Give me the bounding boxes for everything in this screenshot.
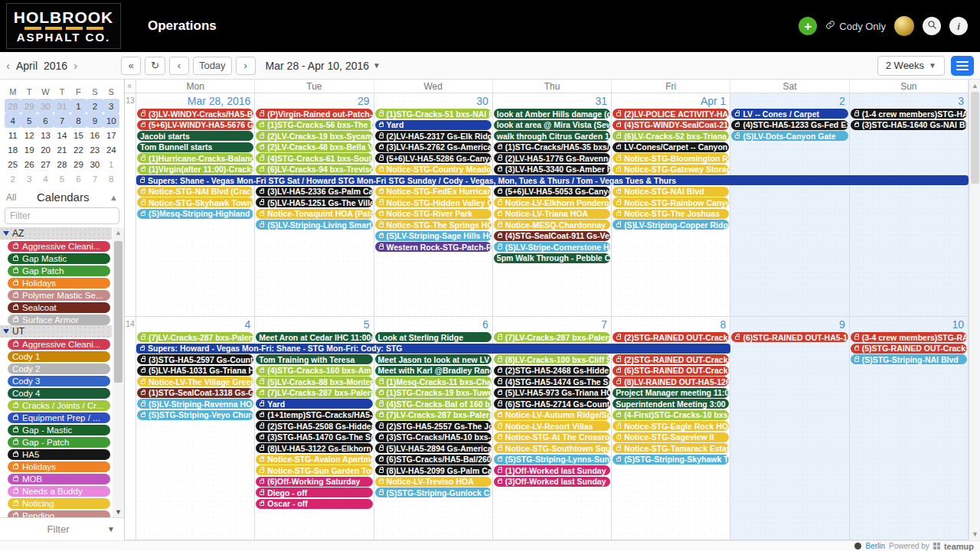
- day-date-label[interactable]: 2: [731, 93, 848, 109]
- refresh-button[interactable]: ↻: [145, 57, 165, 75]
- view-selector[interactable]: 2 Weeks ▼: [877, 56, 945, 76]
- event-pill[interactable]: (3)LV-HA5-2762 Gs-American V: [375, 142, 492, 152]
- day-date-label[interactable]: Apr 1: [612, 93, 729, 109]
- event-pill[interactable]: look at Amber Hills damage (garba: [494, 109, 610, 119]
- day-date-label[interactable]: 29: [256, 93, 372, 109]
- event-pill[interactable]: (3)LV-HA5-3340 Gs-Amber Hills: [494, 165, 610, 174]
- mini-cal-day[interactable]: 6: [38, 113, 54, 128]
- sidebar-calendar-item[interactable]: Equipment Prep / ...: [8, 412, 110, 424]
- event-pill[interactable]: Notice-STG-Sun Garden Townh: [256, 465, 372, 475]
- day-date-label[interactable]: 3: [851, 93, 967, 109]
- event-pill[interactable]: Notice-STG-Bloomington Ranch: [612, 153, 729, 163]
- sidebar-calendar-item[interactable]: Polymer Mastic Se...: [8, 290, 110, 302]
- day-date-label[interactable]: 8: [612, 317, 729, 332]
- sidebar-calendar-item[interactable]: Aggressive Cleani...: [8, 339, 110, 350]
- calendar-group-header[interactable]: UT: [0, 325, 112, 337]
- mini-cal-day[interactable]: 4: [5, 113, 21, 128]
- event-pill[interactable]: LV -- Cones / Carpet: [731, 109, 848, 119]
- event-pill[interactable]: (3)LV-HA5-2336 Gs-Palm Cany: [256, 187, 372, 197]
- event-pill[interactable]: Notice-STG-The Springs HOA: [375, 220, 492, 230]
- mini-cal-day[interactable]: 14: [54, 128, 70, 142]
- sidebar-calendar-item[interactable]: Noticing: [8, 498, 110, 510]
- mini-cal-day[interactable]: 9: [87, 113, 103, 128]
- event-pill[interactable]: Diego - off: [256, 487, 372, 497]
- event-pill[interactable]: (3)STG-Cracks/HA5-10 bxs-677: [375, 432, 492, 442]
- scroll-up-icon[interactable]: ▲: [115, 229, 122, 236]
- scrollbar-thumb[interactable]: [114, 241, 122, 383]
- event-pill[interactable]: (1)Virgin(after 11:00)-Cracks-57: [137, 165, 253, 174]
- avatar[interactable]: [894, 16, 914, 36]
- event-pill[interactable]: (8)LV-Cracks-100 bxs-Cliff Shad: [494, 354, 610, 364]
- event-pill[interactable]: Meet Jason to look at new LV Yard: [375, 354, 492, 364]
- event-pill[interactable]: (5)LV-HA5-2894 Gs-American V: [375, 443, 492, 453]
- sidebar-calendar-item[interactable]: Aggressive Cleani...: [8, 241, 110, 253]
- event-pill[interactable]: (2)LV-Cracks-19 bxs-Sycamore: [256, 131, 372, 141]
- event-pill[interactable]: Notice-STG-Rainbow Canyon: [612, 197, 729, 207]
- mini-cal-day[interactable]: 2: [87, 99, 103, 113]
- month-label[interactable]: April: [16, 60, 38, 72]
- prev-period-button[interactable]: ‹: [169, 57, 189, 75]
- mini-cal-day[interactable]: 2: [5, 171, 21, 186]
- info-button[interactable]: i: [949, 17, 968, 35]
- event-pill[interactable]: Jacobi starts: [137, 131, 253, 141]
- event-pill[interactable]: Notice-STG-NAI Blvd (Crackfill): [137, 187, 253, 197]
- mini-cal-day[interactable]: 19: [21, 142, 37, 157]
- event-pill[interactable]: Notice-STG-FedEx Hurricane: [375, 187, 492, 197]
- event-pill[interactable]: (4)STG-Cracks-61 bxs-Southtow: [256, 153, 372, 163]
- mini-cal-day[interactable]: 1: [70, 99, 87, 113]
- event-pill[interactable]: (4)STG-HA5-1474 Gs-The Sprin: [494, 377, 610, 386]
- calendars-all-toggle[interactable]: All: [6, 192, 16, 203]
- day-date-label[interactable]: 6: [375, 317, 492, 332]
- sidebar-calendar-item[interactable]: Cody 2: [8, 364, 110, 375]
- event-pill[interactable]: (6)STG-RAINED OUT-HA5-169: [731, 332, 848, 342]
- sidebar-calendar-item[interactable]: Holidays: [8, 461, 110, 473]
- event-pill[interactable]: (1)Off-Worked last Sunday: [494, 465, 610, 475]
- mini-cal-day[interactable]: 20: [38, 142, 54, 157]
- event-pill[interactable]: Yard: [256, 399, 372, 409]
- event-pill[interactable]: (6)STG-Cracks/HA5-Bal/2609 G: [375, 455, 492, 465]
- event-pill[interactable]: (2)LV-HA5-1776 Gs-Ravenna H: [494, 153, 610, 163]
- event-pill[interactable]: Meet with Karl @Bradley Ranch H: [375, 366, 492, 376]
- mini-cal-day[interactable]: 8: [103, 171, 119, 186]
- mini-cal-day[interactable]: 18: [5, 142, 21, 157]
- event-pill[interactable]: Meet Aron at Cedar IHC 11:00am: [256, 332, 372, 342]
- event-pill[interactable]: Notice-LV-Elkhorn Ponderosa II: [494, 197, 610, 207]
- event-pill[interactable]: Notice-MESQ-Chardonnay: [494, 220, 610, 230]
- event-pill[interactable]: (5)LV-HA5-1031 Gs-Triana HOA: [137, 366, 253, 376]
- sidebar-calendar-item[interactable]: Cody 1: [8, 351, 110, 363]
- event-pill[interactable]: (1)Hurricane-Cracks-Balance-H: [137, 153, 253, 163]
- mini-cal-day[interactable]: 28: [5, 99, 21, 113]
- mini-cal-day[interactable]: 29: [21, 99, 37, 113]
- calendar-filter-input[interactable]: [5, 207, 119, 224]
- event-pill[interactable]: (4)STG-SealCoat-911 Gs-Veyo: [494, 231, 610, 241]
- teamup-brand[interactable]: teamup: [944, 542, 974, 551]
- event-pill[interactable]: (7)LV-Cracks-287 bxs-Palermo: [256, 388, 372, 398]
- today-button[interactable]: Today: [193, 57, 232, 75]
- day-cell[interactable]: 31look at Amber Hills damage (garbalook …: [493, 93, 612, 316]
- mini-cal-day[interactable]: 5: [21, 113, 37, 128]
- event-pill[interactable]: (6)STG-RAINED OUT-Cracks/H: [612, 366, 729, 376]
- mini-cal-day[interactable]: 8: [70, 113, 87, 128]
- event-pill[interactable]: (8)LV-HA5-3122 Gs-Elkhorn Po: [256, 443, 372, 453]
- event-pill[interactable]: 5pm Walk Through - Pebble Creek: [494, 253, 610, 263]
- event-pill[interactable]: (6)LV-Cracks-94 bxs-Treviso HO: [256, 165, 372, 174]
- mini-cal-day[interactable]: 13: [38, 128, 54, 142]
- sidebar-calendar-item[interactable]: Needs a Buddy: [8, 486, 110, 497]
- mini-cal-day[interactable]: 7: [54, 113, 70, 128]
- sidebar-calendar-item[interactable]: MOB: [8, 474, 110, 485]
- event-pill[interactable]: (5)STG-RAINED OUT-Cracks/H: [851, 344, 967, 354]
- day-date-label[interactable]: 5: [256, 317, 372, 332]
- calendar-scrollbar[interactable]: ▲ ▼: [969, 80, 980, 540]
- event-pill[interactable]: (2)STG-RAINED OUT-Cracks-5: [612, 332, 729, 342]
- event-pill[interactable]: (1-4 crew members)STG-HA5-2: [851, 109, 967, 119]
- event-pill[interactable]: (3)LV-WINDY-Cracks/HA5-Bal/1: [137, 109, 253, 119]
- day-cell[interactable]: 30(1)STG-Cracks-51 bxs-NAI BlvdYard(2)LV…: [374, 93, 493, 316]
- event-pill[interactable]: (4)STG-WINDY-SealCoat-2161: [612, 120, 729, 130]
- sidebar-calendar-item[interactable]: HA5: [8, 449, 110, 461]
- event-pill[interactable]: Notice-LV-Triana HOA: [494, 209, 610, 219]
- mini-cal-day[interactable]: 6: [70, 171, 87, 186]
- event-pill[interactable]: (S)LV-Striping-Copper Ridge Co: [612, 220, 729, 230]
- mini-cal-day[interactable]: 11: [5, 128, 21, 142]
- event-pill[interactable]: (S)LV-Dots-Canyon Gate: [731, 131, 848, 141]
- event-pill[interactable]: Notice-STG-Hidden Valley Casi: [375, 197, 492, 207]
